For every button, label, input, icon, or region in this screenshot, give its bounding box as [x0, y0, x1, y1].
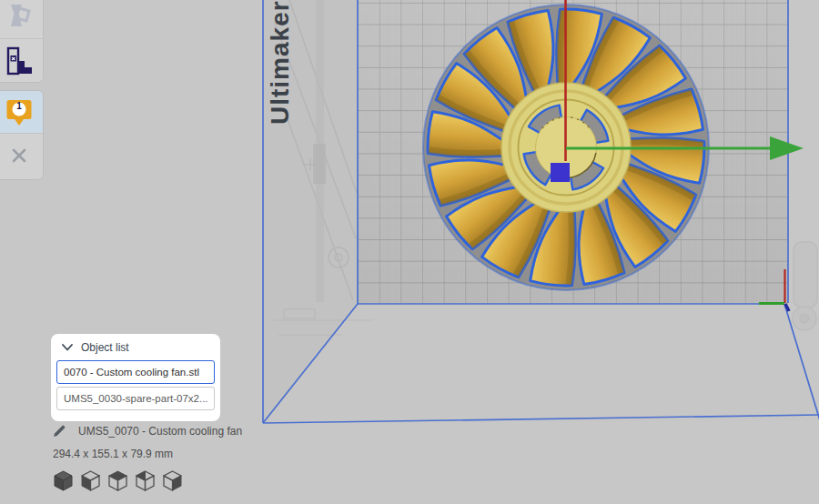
view-front-icon — [81, 470, 100, 491]
close-button[interactable] — [0, 134, 43, 176]
close-icon — [10, 146, 28, 165]
gizmo-center-handle[interactable] — [551, 163, 570, 182]
object-list-header[interactable]: Object list — [56, 341, 215, 360]
model-info: UMS5_0070 - Custom cooling fan 294.4 x 1… — [53, 425, 242, 460]
build-plate-floor — [263, 304, 819, 423]
toolbar-group-bottom: 1 — [0, 90, 44, 180]
view-right-button[interactable] — [162, 469, 182, 491]
object-list-item-label: UMS5_0030-spare-part-07x2... — [64, 393, 208, 404]
mesh-tools-icon — [4, 1, 35, 34]
per-model-settings-icon — [5, 46, 33, 76]
object-list-item-label: 0070 - Custom cooling fan.stl — [64, 367, 199, 378]
marker-badge: 1 — [16, 102, 22, 111]
printer-right-part — [793, 242, 817, 330]
rename-pencil-icon[interactable] — [53, 425, 66, 438]
printer-brand-label: Ultimaker — [266, 0, 295, 125]
object-list-item-selected[interactable]: 0070 - Custom cooling fan.stl — [56, 360, 215, 384]
mesh-tools-button[interactable] — [0, 0, 43, 39]
view-top-icon — [108, 470, 127, 491]
view-top-button[interactable] — [107, 469, 127, 491]
object-list-item[interactable]: UMS5_0030-spare-part-07x2... — [56, 387, 215, 410]
object-list-title: Object list — [81, 341, 129, 354]
view-left-icon — [136, 470, 155, 491]
toolbar-group-top — [0, 0, 44, 83]
view-3d-icon — [54, 470, 73, 491]
chevron-down-icon — [62, 344, 73, 351]
view-front-button[interactable] — [80, 469, 100, 491]
cura-window: Ultimaker 1 — [0, 0, 819, 504]
view-right-icon — [163, 470, 182, 491]
per-model-settings-button[interactable] — [0, 39, 43, 82]
camera-view-buttons — [53, 469, 182, 491]
annotation-marker-button[interactable]: 1 — [0, 91, 43, 134]
model-name: UMS5_0070 - Custom cooling fan — [78, 425, 242, 438]
object-list-panel: Object list 0070 - Custom cooling fan.st… — [51, 334, 220, 421]
view-3d-button[interactable] — [53, 469, 73, 491]
view-left-button[interactable] — [135, 469, 155, 491]
model-dimensions: 294.4 x 155.1 x 79.9 mm — [53, 448, 242, 460]
